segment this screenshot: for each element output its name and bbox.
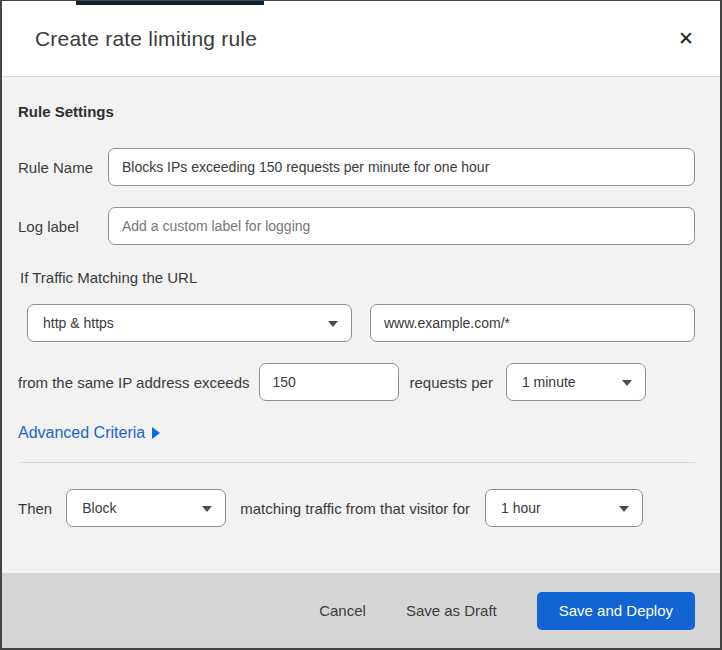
url-pattern-input[interactable] bbox=[370, 304, 695, 342]
period-select-value: 1 minute bbox=[522, 374, 576, 390]
threshold-prefix-text: from the same IP address exceeds bbox=[18, 374, 250, 391]
threshold-row: from the same IP address exceeds request… bbox=[18, 363, 695, 401]
save-and-deploy-button[interactable]: Save and Deploy bbox=[537, 592, 695, 630]
log-label-label: Log label bbox=[18, 218, 108, 235]
save-as-draft-button[interactable]: Save as Draft bbox=[406, 602, 497, 619]
scheme-select-value: http & https bbox=[43, 315, 114, 331]
action-row: Then Block matching traffic from that vi… bbox=[18, 489, 695, 527]
dialog-header: Create rate limiting rule ✕ bbox=[2, 1, 720, 77]
log-label-input[interactable] bbox=[108, 207, 695, 245]
chevron-down-icon bbox=[328, 321, 338, 327]
dialog-body: Rule Settings Rule Name Log label If Tra… bbox=[2, 77, 720, 573]
chevron-right-icon bbox=[152, 427, 160, 439]
period-select[interactable]: 1 minute bbox=[506, 363, 646, 401]
cancel-button[interactable]: Cancel bbox=[319, 602, 366, 619]
action-select[interactable]: Block bbox=[66, 489, 226, 527]
dialog-footer: Cancel Save as Draft Save and Deploy bbox=[2, 573, 720, 648]
create-rate-limiting-rule-dialog: Create rate limiting rule ✕ Rule Setting… bbox=[0, 0, 722, 650]
advanced-criteria-label: Advanced Criteria bbox=[18, 424, 145, 442]
close-icon[interactable]: ✕ bbox=[672, 25, 700, 52]
matching-traffic-text: matching traffic from that visitor for bbox=[240, 500, 470, 517]
duration-select-value: 1 hour bbox=[501, 500, 541, 516]
advanced-criteria-link[interactable]: Advanced Criteria bbox=[18, 424, 160, 442]
chevron-down-icon bbox=[202, 506, 212, 512]
rule-name-row: Rule Name bbox=[18, 148, 695, 186]
log-label-row: Log label bbox=[18, 207, 695, 245]
scheme-select[interactable]: http & https bbox=[27, 304, 352, 342]
background-page-strip bbox=[76, 1, 264, 5]
rule-name-label: Rule Name bbox=[18, 159, 108, 176]
chevron-down-icon bbox=[619, 506, 629, 512]
dialog-title: Create rate limiting rule bbox=[35, 27, 257, 51]
request-count-input[interactable] bbox=[259, 363, 399, 401]
traffic-matching-text: If Traffic Matching the URL bbox=[20, 269, 695, 286]
section-divider bbox=[20, 462, 695, 463]
rule-settings-heading: Rule Settings bbox=[18, 103, 695, 120]
action-select-value: Block bbox=[82, 500, 116, 516]
rule-name-input[interactable] bbox=[108, 148, 695, 186]
requests-per-text: requests per bbox=[410, 374, 493, 391]
chevron-down-icon bbox=[622, 380, 632, 386]
url-match-row: http & https bbox=[27, 304, 695, 342]
duration-select[interactable]: 1 hour bbox=[485, 489, 643, 527]
then-text: Then bbox=[18, 500, 52, 517]
